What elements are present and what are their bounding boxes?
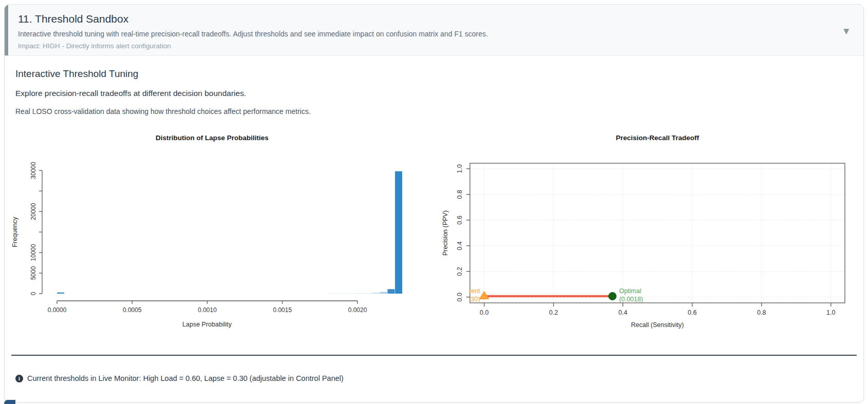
svg-text:Optimal: Optimal xyxy=(619,287,641,295)
page-title: 11. Threshold Sandbox xyxy=(18,13,833,25)
svg-text:0.6: 0.6 xyxy=(688,309,696,316)
precision-recall-chart: Precision-Recall Tradeoff0.00.00.20.20.4… xyxy=(436,129,864,334)
svg-text:0.8: 0.8 xyxy=(757,309,766,316)
svg-text:Recall (Sensitivity): Recall (Sensitivity) xyxy=(631,321,684,329)
section-header: 11. Threshold Sandbox Interactive thresh… xyxy=(5,5,863,56)
svg-text:0.0: 0.0 xyxy=(480,309,488,316)
lapse-histogram-chart: Distribution of Lapse Probabilities05000… xyxy=(5,129,436,334)
svg-text:20000: 20000 xyxy=(30,203,37,220)
histogram-bar xyxy=(57,293,64,294)
threshold-footer: i Current thresholds in Live Monitor: Hi… xyxy=(15,374,344,382)
histogram-bar xyxy=(380,292,387,294)
svg-text:1.0: 1.0 xyxy=(826,309,835,316)
header-accent-bar xyxy=(5,5,8,55)
footer-divider xyxy=(11,355,857,356)
optimal-threshold-point xyxy=(609,293,616,300)
svg-text:0.0010: 0.0010 xyxy=(198,306,217,314)
collapse-chevron-icon[interactable]: ▼ xyxy=(841,26,851,36)
svg-text:10000: 10000 xyxy=(30,244,37,261)
tuning-description: Real LOSO cross-validation data showing … xyxy=(15,107,311,116)
histogram-bar xyxy=(357,293,372,294)
svg-text:0.2: 0.2 xyxy=(456,267,463,276)
svg-text:Lapse Probability: Lapse Probability xyxy=(182,321,232,328)
histogram-bar xyxy=(328,293,357,294)
histogram-bar xyxy=(372,293,380,294)
svg-text:0.4: 0.4 xyxy=(618,309,627,316)
threshold-sandbox-card: 11. Threshold Sandbox Interactive thresh… xyxy=(4,4,864,402)
section-body: Interactive Threshold Tuning Explore pre… xyxy=(5,56,863,402)
svg-text:0.6: 0.6 xyxy=(456,216,463,224)
svg-text:Distribution of Lapse Probabil: Distribution of Lapse Probabilities xyxy=(156,134,269,142)
svg-text:30000: 30000 xyxy=(30,162,37,179)
svg-text:rent: rent xyxy=(469,287,480,295)
svg-text:0: 0 xyxy=(30,292,37,295)
histogram-bar xyxy=(388,289,395,294)
svg-text:(0.0018): (0.0018) xyxy=(619,296,643,303)
svg-text:5000: 5000 xyxy=(30,266,37,280)
svg-text:Precision-Recall Tradeoff: Precision-Recall Tradeoff xyxy=(616,134,700,142)
svg-text:1.0: 1.0 xyxy=(456,164,463,173)
svg-text:0.4: 0.4 xyxy=(456,241,463,250)
svg-text:0.0000: 0.0000 xyxy=(48,306,67,314)
tuning-title: Interactive Threshold Tuning xyxy=(15,68,138,80)
page: 11. Threshold Sandbox Interactive thresh… xyxy=(0,0,868,404)
next-section-peek xyxy=(4,400,15,404)
impact-note: Impact: HIGH - Directly informs alert co… xyxy=(18,42,833,50)
info-icon: i xyxy=(15,375,23,382)
svg-text:0.8: 0.8 xyxy=(456,190,463,199)
svg-text:0.2: 0.2 xyxy=(549,309,558,316)
svg-text:Frequency: Frequency xyxy=(11,217,18,247)
section-subtitle: Interactive threshold tuning with real-t… xyxy=(18,30,833,38)
svg-text:.30): .30) xyxy=(469,296,480,303)
footer-note: Current thresholds in Live Monitor: High… xyxy=(27,374,344,382)
svg-text:0.0020: 0.0020 xyxy=(348,306,367,314)
tuning-lead: Explore precision-recall tradeoffs at di… xyxy=(15,89,246,98)
svg-text:0.0015: 0.0015 xyxy=(273,306,292,314)
svg-text:Precision (PPV): Precision (PPV) xyxy=(442,210,449,256)
svg-text:0.0005: 0.0005 xyxy=(123,306,142,314)
histogram-bar xyxy=(395,171,402,294)
svg-text:0.0: 0.0 xyxy=(456,293,463,301)
